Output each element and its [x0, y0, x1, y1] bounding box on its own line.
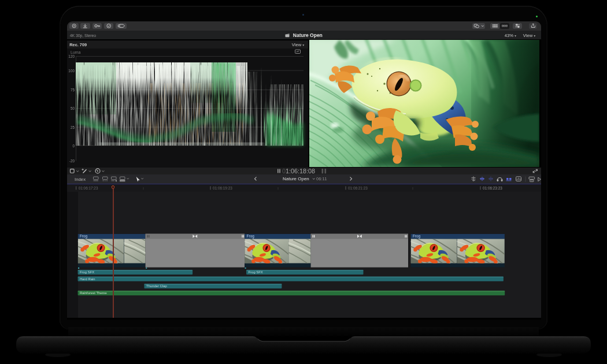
svg-text:01:06:19:23: 01:06:19:23 [213, 186, 232, 190]
svg-text:01:06:21:23: 01:06:21:23 [348, 186, 368, 190]
svg-text:01:06:17:23: 01:06:17:23 [78, 186, 98, 190]
svg-text:06:11: 06:11 [316, 177, 327, 182]
svg-text:Frog SFX: Frog SFX [80, 271, 94, 274]
svg-text:Hard Rain: Hard Rain [80, 277, 95, 281]
svg-text:Frog: Frog [413, 234, 421, 239]
svg-text:Frog SFX: Frog SFX [248, 271, 262, 274]
svg-text:-20: -20 [69, 159, 75, 163]
svg-text:75: 75 [71, 88, 75, 92]
svg-text:Nature Open: Nature Open [283, 177, 309, 182]
svg-text:50: 50 [71, 106, 75, 110]
svg-text:0: 0 [72, 144, 75, 148]
svg-text:Frog: Frog [246, 234, 254, 239]
svg-text:Luma: Luma [71, 50, 81, 54]
svg-text:01:06:18:08: 01:06:18:08 [282, 168, 315, 174]
svg-text:Rainforest Theme: Rainforest Theme [80, 292, 107, 295]
svg-text:120: 120 [68, 54, 75, 58]
svg-text:Index: Index [75, 177, 86, 182]
svg-text:01:06:23:23: 01:06:23:23 [483, 186, 502, 190]
svg-text:Thunder Clap: Thunder Clap [146, 285, 167, 288]
svg-text:25: 25 [71, 125, 75, 129]
svg-text:100: 100 [68, 69, 75, 73]
svg-text:Frog: Frog [80, 234, 88, 239]
